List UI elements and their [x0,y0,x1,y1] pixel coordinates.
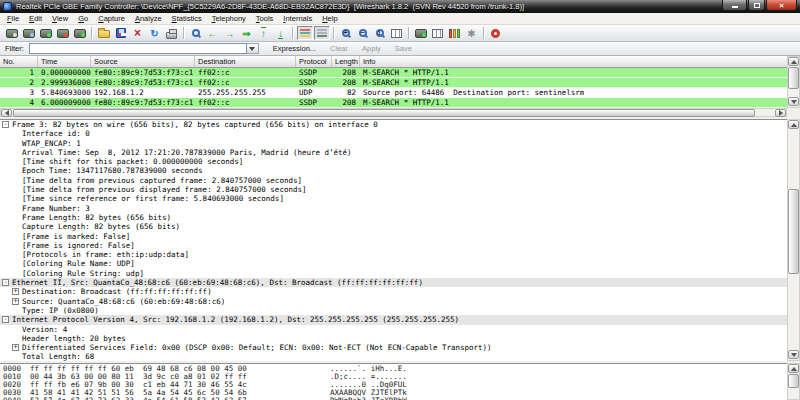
go-to-packet-icon[interactable] [238,26,255,41]
print-icon[interactable] [163,26,180,41]
tree-row[interactable]: Arrival Time: Sep 8, 2012 17:21:20.78783… [0,148,787,157]
column-header-length[interactable]: Length [332,56,360,67]
scroll-right-button[interactable] [775,109,786,117]
menu-tools[interactable]: Tools [251,13,279,24]
minimize-button[interactable] [722,0,747,11]
zoom-in-icon[interactable] [337,26,354,41]
expander-plus-icon[interactable] [12,298,19,305]
vscroll-thumb[interactable] [788,374,799,388]
horizontal-scrollbar[interactable] [0,108,787,117]
go-back-icon[interactable] [204,26,221,41]
packet-row-3[interactable]: 3 5.840693000 192.168.1.2 255.255.255.25… [0,88,787,98]
filter-input[interactable] [29,43,247,54]
menu-view[interactable]: View [47,13,73,24]
expander-plus-icon[interactable] [12,344,19,351]
packet-row-1[interactable]: 1 0.000000000 fe80::89c9:7d53:f73:c1 ff0… [0,68,787,78]
vscroll-thumb[interactable] [788,189,799,274]
column-header-info[interactable]: Info [360,56,787,67]
save-filter-button[interactable]: Save [395,44,412,53]
tree-row[interactable]: Interface id: 0 [0,129,787,138]
zoom-out-icon[interactable] [354,26,371,41]
go-forward-icon[interactable] [221,26,238,41]
column-header-destination[interactable]: Destination [195,56,296,67]
expander-minus-icon[interactable] [2,121,9,128]
resize-columns-icon[interactable] [388,26,405,41]
menu-help[interactable]: Help [317,13,342,24]
scroll-down-button[interactable] [788,97,799,106]
menu-edit[interactable]: Edit [24,13,47,24]
close-capture-icon[interactable] [129,26,146,41]
tree-row[interactable]: Header length: 20 bytes [0,334,787,343]
go-to-bottom-icon[interactable] [272,26,289,41]
tree-row[interactable]: [Protocols in frame: eth:ip:udp:data] [0,250,787,259]
scroll-up-button[interactable] [788,120,799,129]
scroll-up-button[interactable] [788,364,799,373]
capture-options-icon[interactable] [20,26,37,41]
details-scrollbar[interactable] [787,119,800,361]
tree-row[interactable]: Version: 4 [0,325,787,334]
column-header-source[interactable]: Source [91,56,195,67]
packet-row-4[interactable]: 4 6.000009000 fe80::89c9:7d53:f73:c1 ff0… [0,98,787,108]
packet-row-2[interactable]: 2 2.999936000 fe80::89c9:7d53:f73:c1 ff0… [0,78,787,88]
close-button[interactable]: × [766,0,797,11]
vscroll-thumb[interactable] [788,67,799,89]
hex-scrollbar[interactable] [787,363,800,400]
menu-statistics[interactable]: Statistics [167,13,207,24]
tree-row[interactable]: Total Length: 68 [0,352,787,361]
capture-stop-icon[interactable] [54,26,71,41]
display-filter-icon[interactable] [429,26,446,41]
menu-go[interactable]: Go [73,13,93,24]
preferences-icon[interactable] [463,26,480,41]
menu-capture[interactable]: Capture [93,13,130,24]
find-packet-icon[interactable] [187,26,204,41]
expander-plus-icon[interactable] [12,288,19,295]
tree-row[interactable]: [Time delta from previous captured frame… [0,176,787,185]
tree-row[interactable]: Frame Number: 3 [0,204,787,213]
scroll-up-button[interactable] [788,57,799,66]
colorize-toggle-icon[interactable] [296,26,313,41]
list-interfaces-icon[interactable] [3,26,20,41]
zoom-100-icon[interactable] [371,26,388,41]
column-header-protocol[interactable]: Protocol [296,56,332,67]
tree-row[interactable]: Destination: Broadcast (ff:ff:ff:ff:ff:f… [0,287,787,296]
capture-filter-icon[interactable] [412,26,429,41]
help-icon[interactable] [487,26,504,41]
maximize-button[interactable] [748,0,765,11]
menu-telephony[interactable]: Telephony [207,13,251,24]
expression-button[interactable]: Expression... [273,44,316,53]
tree-row[interactable]: [Coloring Rule String: udp] [0,269,787,278]
expander-minus-icon[interactable] [2,279,9,286]
apply-button[interactable]: Apply [362,44,381,53]
expander-minus-icon[interactable] [2,316,9,323]
tree-row[interactable]: Type: IP (0x0800) [0,306,787,315]
menu-internals[interactable]: Internals [278,13,317,24]
tree-row-ipv4[interactable]: Internet Protocol Version 4, Src: 192.16… [0,315,787,324]
autoscroll-toggle-icon[interactable] [313,26,330,41]
filter-dropdown-button[interactable] [247,43,259,54]
coloring-rules-icon[interactable] [446,26,463,41]
scroll-down-button[interactable] [788,350,799,359]
tree-row[interactable]: [Frame is marked: False] [0,232,787,241]
tree-row-ethernet[interactable]: Ethernet II, Src: QuantaCo_48:68:c6 (60:… [0,278,787,287]
column-header-time[interactable]: Time [38,56,91,67]
capture-restart-icon[interactable] [71,26,88,41]
tree-row[interactable]: WTAP_ENCAP: 1 [0,139,787,148]
tree-row[interactable]: Capture Length: 82 bytes (656 bits) [0,222,787,231]
tree-row[interactable]: [Time since reference or first frame: 5.… [0,194,787,203]
open-file-icon[interactable] [95,26,112,41]
hscroll-thumb[interactable] [13,109,755,117]
scroll-left-button[interactable] [1,109,12,117]
tree-row[interactable]: [Coloring Rule Name: UDP] [0,259,787,268]
tree-row[interactable]: [Time delta from previous displayed fram… [0,185,787,194]
tree-row[interactable]: Frame Length: 82 bytes (656 bits) [0,213,787,222]
clear-button[interactable]: Clear [330,44,348,53]
tree-row-frame[interactable]: Frame 3: 82 bytes on wire (656 bits), 82… [0,120,787,129]
tree-row[interactable]: Epoch Time: 1347117680.787839000 seconds [0,166,787,175]
menu-file[interactable]: File [2,13,24,24]
go-to-top-icon[interactable] [255,26,272,41]
reload-icon[interactable] [146,26,163,41]
save-icon[interactable] [112,26,129,41]
tree-row[interactable]: [Frame is ignored: False] [0,241,787,250]
tree-row[interactable]: Source: QuantaCo_48:68:c6 (60:eb:69:48:6… [0,297,787,306]
capture-start-icon[interactable] [37,26,54,41]
